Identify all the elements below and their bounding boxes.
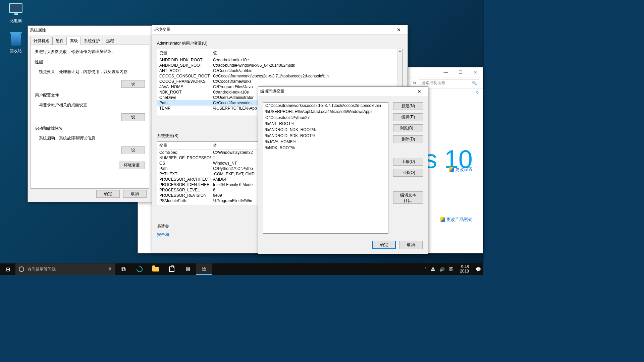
label: 此电脑 [3, 18, 28, 24]
link-change-settings[interactable]: 更改设置 [449, 167, 473, 173]
system-properties-window[interactable]: 系统属性 计算机名 硬件 高级 系统保护 远程 要进行大多数更改，你必须作为管理… [28, 25, 152, 202]
table-row[interactable]: ANDROID_NDK_ROOTC:\android-ndk-r10e [157, 57, 402, 63]
edit-text-button[interactable]: 编辑文本(T)... [393, 191, 423, 204]
action-center-icon[interactable]: 💬 [476, 267, 481, 272]
store-icon[interactable] [164, 263, 180, 275]
clock-date: 2018 [460, 269, 469, 274]
help-icon[interactable]: ? [476, 91, 479, 97]
search-placeholder: 搜索控制面板 [421, 80, 445, 86]
table-row[interactable]: ANT_ROOTC:\Cocos\tools\ant\bin [157, 68, 402, 73]
new-button[interactable]: 新建(N) [393, 102, 423, 110]
list-item[interactable]: C:\Cocos\tools\Python27 [263, 115, 388, 121]
list-item[interactable]: %ANDROID_SDK_ROOT% [263, 133, 388, 139]
section-startup: 启动和故障恢复 [35, 126, 145, 131]
window-title: 环境变量 [154, 27, 392, 33]
tray-volume-icon[interactable]: 🔊 [439, 267, 445, 272]
move-down-button[interactable]: 下移(O) [393, 169, 423, 177]
tab-advanced[interactable]: 高级 [67, 37, 81, 45]
list-item[interactable]: C:\Cocos\frameworks\cocos2d-x-3.7.1\tool… [263, 103, 388, 109]
startup-settings-button[interactable]: 设 [121, 146, 145, 154]
cortana-search[interactable]: 有问题尽管问我 🎙 [15, 263, 115, 275]
desktop-icon-recycle-bin[interactable]: 回收站 [3, 34, 28, 54]
search-icon: 🔍 [472, 81, 477, 85]
tray-clock[interactable]: 9:48 2018 [457, 265, 472, 274]
control-panel-search[interactable]: 搜索控制面板 🔍 [419, 79, 479, 87]
shield-icon [449, 167, 454, 172]
minimize-button[interactable]: — [438, 70, 453, 75]
close-button[interactable]: ✕ [468, 70, 483, 75]
search-placeholder: 有问题尽管问我 [28, 266, 56, 272]
profiles-settings-button[interactable]: 设 [121, 113, 145, 121]
task-view-icon[interactable]: ⧉ [115, 263, 131, 275]
user-vars-label: Administrator 的用户变量(U) [157, 41, 403, 46]
recycle-bin-icon [11, 34, 21, 46]
edit-env-var-window[interactable]: 编辑环境变量 ✕ C:\Cocos\frameworks\cocos2d-x-3… [258, 86, 428, 254]
window-title: 系统属性 [30, 27, 150, 33]
taskbar: ⊞ 有问题尽管问我 🎙 ⧉ 🖥 🖥 ˄ 🖧 🔊 英 9:48 2018 💬 [0, 263, 483, 275]
perf-settings-button[interactable]: 设 [121, 80, 145, 88]
path-entries-list[interactable]: C:\Cocos\frameworks\cocos2d-x-3.7.1\tool… [263, 102, 388, 234]
window-title: 编辑环境变量 [260, 88, 413, 94]
tab-system-protection[interactable]: 系统保护 [81, 37, 103, 45]
cancel-button[interactable]: 取消 [399, 241, 423, 249]
edit-button[interactable]: 编辑(E) [393, 113, 423, 121]
list-item[interactable]: %ANT_ROOT% [263, 121, 388, 127]
maximize-button[interactable]: ☐ [453, 70, 468, 75]
list-item[interactable]: %NDK_ROOT% [263, 145, 388, 151]
section-profiles: 用户配置文件 [35, 93, 145, 98]
desktop-icon-this-pc[interactable]: 此电脑 [3, 3, 28, 24]
cancel-button[interactable]: 取消 [123, 190, 147, 198]
startup-desc: 系统启动、系统故障和调试信息 [35, 133, 145, 144]
cortana-icon [19, 266, 24, 272]
list-item[interactable]: %JAVA_HOME% [263, 139, 388, 145]
close-icon[interactable]: ✕ [413, 89, 426, 94]
ok-button[interactable]: 确定 [96, 190, 120, 198]
file-explorer-icon[interactable] [148, 263, 164, 275]
label: 回收站 [3, 48, 28, 54]
env-vars-button[interactable]: 环境变量 [119, 162, 145, 169]
profiles-desc: 与登录帐户相关的桌面设置 [35, 100, 145, 111]
tray-network-icon[interactable]: 🖧 [431, 267, 435, 272]
table-row[interactable]: COCOS_FRAMEWORKSC:\Cocos\frameworks [157, 79, 402, 84]
move-up-button[interactable]: 上移(U) [393, 158, 423, 166]
tab-computer-name[interactable]: 计算机名 [31, 37, 53, 45]
close-icon[interactable]: ✕ [392, 27, 406, 33]
table-row[interactable]: COCOS_CONSOLE_ROOTC:\Cocos\frameworks\co… [157, 73, 402, 79]
link-security[interactable]: 安全和 [157, 232, 169, 238]
sysprops-tabs: 计算机名 硬件 高级 系统保护 远程 [31, 37, 149, 45]
col-variable[interactable]: 变量 [157, 142, 211, 149]
notice: 要进行大多数更改，你必须作为管理员登录。 [35, 49, 145, 55]
delete-button[interactable]: 删除(D) [393, 135, 423, 143]
section-performance: 性能 [35, 59, 145, 65]
browse-button[interactable]: 浏览(B)... [393, 124, 423, 132]
list-item[interactable]: %ANDROID_NDK_ROOT% [263, 127, 388, 133]
edge-icon[interactable] [131, 263, 148, 275]
refresh-icon[interactable]: ↻ [413, 81, 416, 85]
list-item[interactable]: %USERPROFILE%\AppData\Local\Microsoft\Wi… [263, 109, 388, 115]
taskbar-app-2[interactable]: 🖥 [196, 263, 212, 275]
perf-desc: 视觉效果，处理器计划，内存使用，以及虚拟内存 [35, 66, 145, 77]
table-row[interactable]: ANDROID_SDK_ROOTC:\adt-bundle-windows-x8… [157, 63, 402, 68]
tray-ime-indicator[interactable]: 英 [449, 266, 453, 272]
mic-icon[interactable]: 🎙 [108, 267, 112, 272]
taskbar-app-1[interactable]: 🖥 [180, 263, 196, 275]
link-change-product-key[interactable]: 更改产品密钥 [440, 217, 473, 223]
ok-button[interactable]: 确定 [372, 241, 396, 249]
start-button[interactable]: ⊞ [0, 263, 15, 275]
tray-chevron-icon[interactable]: ˄ [425, 267, 427, 272]
col-value[interactable]: 值 [211, 49, 402, 57]
see-also-label: 另请参 [157, 224, 169, 229]
tab-hardware[interactable]: 硬件 [53, 37, 67, 45]
tab-remote[interactable]: 远程 [103, 37, 117, 45]
monitor-icon [9, 3, 22, 13]
col-variable[interactable]: 变量 [157, 49, 211, 57]
shield-icon [440, 217, 445, 222]
